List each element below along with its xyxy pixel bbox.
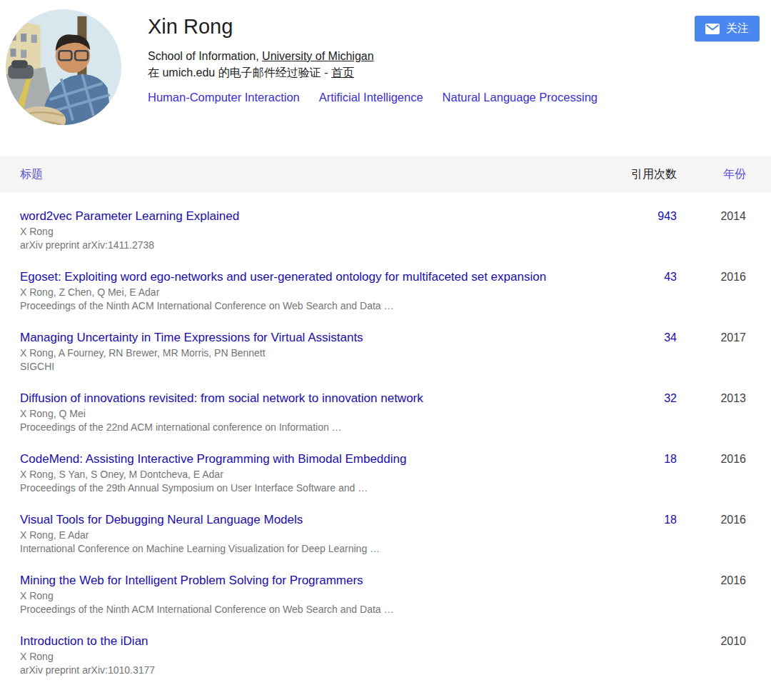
publication-citations-link[interactable]: 32 (591, 390, 677, 407)
interests-list: Human-Computer Interaction Artificial In… (148, 90, 598, 105)
publication-citations-link[interactable]: 18 (591, 511, 677, 529)
publication-citations-link[interactable]: 34 (591, 329, 677, 346)
publication-title-link[interactable]: Introduction to the iDian (20, 633, 570, 650)
sort-by-citations-header: 引用次数 (591, 167, 677, 182)
publication-title-link[interactable]: Mining the Web for Intelligent Problem S… (20, 572, 570, 589)
envelope-icon (705, 24, 720, 34)
interest-link[interactable]: Natural Language Processing (443, 90, 598, 105)
publication-row: CodeMend: Assisting Interactive Programm… (0, 451, 771, 495)
publication-year: 2014 (677, 208, 746, 225)
publication-title-link[interactable]: Visual Tools for Debugging Neural Langua… (20, 511, 570, 529)
publication-row: word2vec Parameter Learning Explained X … (0, 208, 771, 252)
publication-venue: arXiv preprint arXiv:1411.2738 (20, 239, 570, 252)
interest-link[interactable]: Human-Computer Interaction (148, 90, 300, 105)
publication-citations-link[interactable]: 18 (591, 451, 677, 468)
publication-year: 2016 (677, 451, 746, 468)
affiliation-text: School of Information, (148, 50, 262, 62)
publication-row: Egoset: Exploiting word ego-networks and… (0, 269, 771, 313)
publication-authors: X Rong (20, 225, 570, 239)
publication-title-link[interactable]: Egoset: Exploiting word ego-networks and… (20, 269, 570, 286)
profile-info: Xin Rong School of Information, Universi… (148, 14, 598, 105)
publications-list: word2vec Parameter Learning Explained X … (0, 193, 771, 694)
publication-venue: arXiv preprint arXiv:1010.3177 (20, 664, 570, 677)
publication-venue: Proceedings of the Ninth ACM Internation… (20, 603, 570, 616)
homepage-link[interactable]: 首页 (331, 66, 354, 79)
publication-year: 2013 (677, 390, 746, 407)
publication-title-link[interactable]: Diffusion of innovations revisited: from… (20, 390, 570, 407)
publication-authors: X Rong, A Fourney, RN Brewer, MR Morris,… (20, 346, 570, 360)
publication-authors: X Rong, Z Chen, Q Mei, E Adar (20, 286, 570, 299)
publication-year: 2016 (677, 511, 746, 529)
publication-citations-link[interactable]: 943 (591, 208, 677, 225)
publication-authors: X Rong (20, 650, 570, 664)
email-verified-line: 在 umich.edu 的电子邮件经过验证 - 首页 (148, 64, 598, 81)
follow-button[interactable]: 关注 (695, 16, 760, 41)
profile-photo (6, 9, 121, 125)
affiliation-link[interactable]: University of Michigan (262, 50, 374, 62)
sort-by-year-header[interactable]: 年份 (677, 167, 746, 182)
publication-venue: Proceedings of the 22nd ACM internationa… (20, 421, 570, 434)
publication-main: Mining the Web for Intelligent Problem S… (20, 572, 591, 616)
publication-main: Introduction to the iDian X Rong arXiv p… (20, 633, 591, 677)
publication-venue: Proceedings of the 29th Annual Symposium… (20, 481, 570, 495)
publication-title-link[interactable]: Managing Uncertainty in Time Expressions… (20, 329, 570, 346)
publication-row: Managing Uncertainty in Time Expressions… (0, 329, 771, 374)
publication-venue: Proceedings of the Ninth ACM Internation… (20, 299, 570, 313)
publication-citations-link[interactable]: 43 (591, 269, 677, 286)
publication-authors: X Rong, S Yan, S Oney, M Dontcheva, E Ad… (20, 468, 570, 481)
publication-row: Visual Tools for Debugging Neural Langua… (0, 511, 771, 556)
publication-main: Managing Uncertainty in Time Expressions… (20, 329, 591, 374)
sort-by-title-header[interactable]: 标题 (20, 167, 591, 182)
interest-link[interactable]: Artificial Intelligence (319, 90, 423, 105)
publication-authors: X Rong (20, 589, 570, 603)
publication-year: 2010 (677, 633, 746, 650)
affiliation-line: School of Information, University of Mic… (148, 48, 598, 64)
publication-title-link[interactable]: word2vec Parameter Learning Explained (20, 208, 570, 225)
publication-title-link[interactable]: CodeMend: Assisting Interactive Programm… (20, 451, 570, 468)
follow-button-label: 关注 (726, 21, 749, 36)
publication-main: Diffusion of innovations revisited: from… (20, 390, 591, 434)
publication-year: 2016 (677, 269, 746, 286)
publication-venue: International Conference on Machine Lear… (20, 542, 570, 556)
publication-row: Introduction to the iDian X Rong arXiv p… (0, 633, 771, 677)
profile-photo-illustration (6, 9, 121, 125)
publication-main: Egoset: Exploiting word ego-networks and… (20, 269, 591, 313)
publication-main: word2vec Parameter Learning Explained X … (20, 208, 591, 252)
publication-main: CodeMend: Assisting Interactive Programm… (20, 451, 591, 495)
publication-authors: X Rong, E Adar (20, 529, 570, 542)
publication-row: Diffusion of innovations revisited: from… (0, 390, 771, 434)
publication-year: 2017 (677, 329, 746, 346)
publication-row: Mining the Web for Intelligent Problem S… (0, 572, 771, 616)
publication-year: 2016 (677, 572, 746, 589)
publication-venue: SIGCHI (20, 360, 570, 374)
publication-main: Visual Tools for Debugging Neural Langua… (20, 511, 591, 556)
publications-table-header: 标题 引用次数 年份 (0, 156, 771, 193)
profile-name: Xin Rong (148, 14, 598, 39)
email-verified-text: 在 umich.edu 的电子邮件经过验证 - (148, 66, 331, 79)
publication-authors: X Rong, Q Mei (20, 407, 570, 421)
